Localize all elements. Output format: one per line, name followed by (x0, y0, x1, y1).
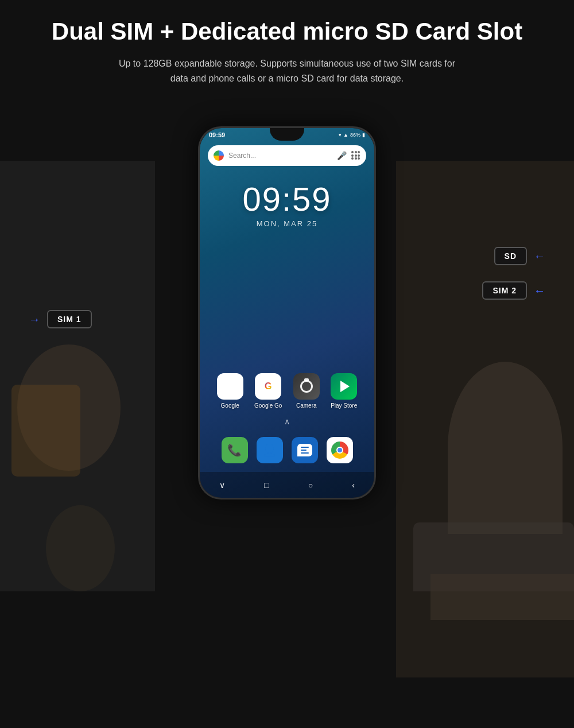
header-section: Dual SIM + Dedicated micro SD Card Slot … (0, 17, 574, 86)
play-store-icon-wrap (331, 373, 357, 400)
nav-recent-button[interactable]: □ (264, 481, 269, 490)
app-google-go[interactable]: G Google Go (254, 373, 282, 409)
battery-text: 86% (350, 132, 360, 138)
chrome-icon (331, 442, 348, 459)
apps-grid-icon (351, 151, 360, 160)
phone-notch (270, 128, 304, 141)
play-triangle (340, 381, 350, 392)
google-icon (217, 373, 243, 400)
app-icons-row: Google G Google Go Camera (200, 373, 374, 409)
dock-row: 📞 👤 (200, 437, 374, 463)
page-title: Dual SIM + Dedicated micro SD Card Slot (34, 17, 540, 46)
sim1-box: SIM 1 (47, 310, 92, 328)
wifi-icon: ▾ (339, 132, 342, 138)
clock-time: 09:59 (200, 180, 374, 218)
messages-icon (297, 444, 312, 456)
sd-box: SD (494, 247, 527, 265)
chair-shape (11, 385, 80, 477)
google-label: Google (221, 402, 239, 409)
page-subtitle: Up to 128GB expandable storage. Supports… (115, 56, 459, 86)
phone-body: 09:59 ▾ ▲ 86% ▮ Search... 🎤 (198, 126, 376, 499)
sim2-label-group: SIM 2 ← (482, 281, 545, 300)
microphone-icon: 🎤 (337, 151, 347, 160)
status-icons: ▾ ▲ 86% ▮ (339, 132, 365, 138)
dock-contacts[interactable]: 👤 (257, 437, 283, 463)
swipe-indicator: ∧ (200, 417, 374, 426)
app-google[interactable]: Google (217, 373, 243, 409)
phone-icon: 📞 (227, 443, 242, 457)
bg-left-panel (0, 161, 155, 591)
google-go-label: Google Go (254, 402, 282, 409)
camera-label: Camera (296, 402, 317, 409)
signal-icon: ▲ (343, 132, 348, 138)
sim2-arrow: ← (534, 284, 545, 297)
person-silhouette-right (448, 362, 563, 534)
person-silhouette-2 (46, 505, 115, 591)
camera-lens (300, 380, 313, 393)
sim2-box: SIM 2 (482, 281, 527, 300)
search-bar[interactable]: Search... 🎤 (208, 145, 366, 166)
sim1-arrow: → (29, 313, 40, 326)
sim1-label-group: → SIM 1 (29, 310, 92, 328)
table-shape (430, 574, 574, 620)
google-go-icon: G (255, 373, 281, 400)
nav-back-button[interactable]: ‹ (352, 481, 355, 490)
sd-label-group: SD ← (494, 247, 545, 265)
dock-phone[interactable]: 📞 (222, 437, 248, 463)
clock-date: MON, MAR 25 (200, 219, 374, 228)
chrome-center (336, 447, 343, 454)
phone-screen: 09:59 ▾ ▲ 86% ▮ Search... 🎤 (200, 128, 374, 498)
status-time: 09:59 (209, 131, 225, 138)
dock-messages[interactable] (292, 437, 318, 463)
app-play-store[interactable]: Play Store (331, 373, 357, 409)
sd-arrow: ← (534, 250, 545, 263)
navigation-bar: ∨ □ ○ ‹ (200, 472, 374, 498)
google-logo (214, 150, 224, 161)
play-store-label: Play Store (331, 402, 357, 409)
search-placeholder: Search... (228, 152, 332, 160)
clock-display: 09:59 MON, MAR 25 (200, 180, 374, 228)
battery-icon: ▮ (362, 132, 365, 138)
contacts-icon: 👤 (262, 443, 277, 457)
nav-home-button[interactable]: ○ (308, 481, 313, 490)
bg-right-panel (396, 161, 574, 677)
dock-chrome[interactable] (327, 437, 353, 463)
camera-notch (304, 378, 309, 381)
app-camera[interactable]: Camera (293, 373, 320, 409)
go-letter: G (265, 381, 272, 392)
nav-down-button[interactable]: ∨ (219, 481, 225, 490)
camera-icon-wrap (293, 373, 320, 400)
phone-mockup: 09:59 ▾ ▲ 86% ▮ Search... 🎤 (198, 126, 376, 499)
